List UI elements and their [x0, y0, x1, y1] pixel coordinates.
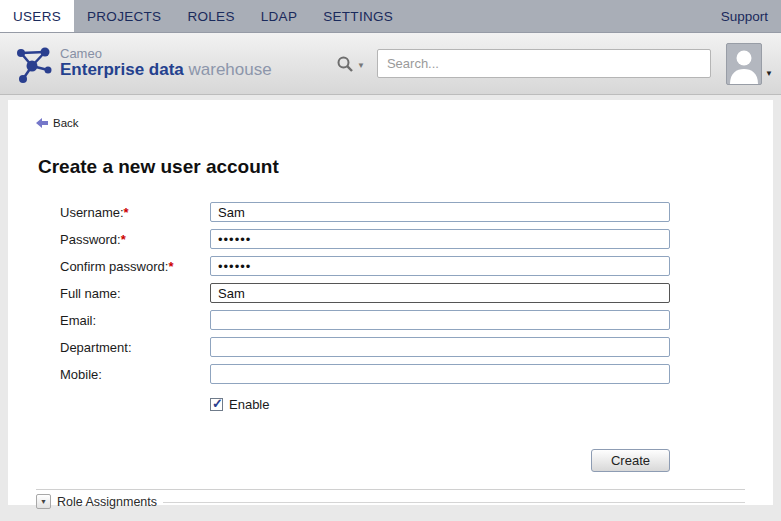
mobile-input[interactable] [210, 364, 670, 384]
back-arrow-icon [36, 118, 48, 128]
required-marker: * [124, 205, 129, 220]
department-input[interactable] [210, 337, 670, 357]
support-link[interactable]: Support [708, 0, 781, 32]
brand-name: Cameo [60, 47, 272, 61]
form-row-department: Department: [60, 337, 745, 357]
back-label: Back [53, 117, 79, 129]
enable-checkbox[interactable] [210, 398, 223, 411]
brand-product-bold: Enterprise data [60, 60, 184, 79]
search-icon[interactable] [336, 55, 354, 73]
brand-product-light: warehouse [189, 60, 272, 79]
page-title: Create a new user account [38, 156, 745, 178]
enable-row: Enable [210, 397, 745, 412]
nav-item-users[interactable]: USERS [0, 0, 74, 32]
form-row-email: Email: [60, 310, 745, 330]
avatar-dropdown-caret-icon[interactable]: ▼ [765, 69, 773, 78]
search-dropdown-caret-icon[interactable]: ▼ [357, 61, 365, 70]
field-label: Department: [60, 340, 210, 355]
content-area: Back Create a new user account Username:… [0, 95, 781, 521]
role-assignments-rule [163, 502, 745, 503]
nav-item-ldap[interactable]: LDAP [248, 0, 310, 32]
section-divider [36, 489, 745, 490]
nav-item-label: ROLES [187, 9, 234, 24]
field-label: Password:* [60, 232, 210, 247]
form-row-confirm-password: Confirm password:* [60, 256, 745, 276]
nav-item-roles[interactable]: ROLES [174, 0, 247, 32]
role-assignments-section: ▼ Role Assignments [36, 494, 745, 509]
field-label: Username:* [60, 205, 210, 220]
required-marker: * [121, 232, 126, 247]
cameo-logo-icon [10, 40, 56, 88]
enable-checkbox-label: Enable [229, 397, 269, 412]
user-form: Username:* Password:* Confirm password:*… [36, 202, 745, 472]
nav-item-label: PROJECTS [87, 9, 161, 24]
search-input[interactable] [377, 49, 711, 78]
field-label: Email: [60, 313, 210, 328]
field-label: Confirm password:* [60, 259, 210, 274]
nav-item-label: SETTINGS [323, 9, 393, 24]
actions-row: Create [210, 449, 670, 472]
nav-item-settings[interactable]: SETTINGS [310, 0, 406, 32]
brand-text: Cameo Enterprise data warehouse [60, 47, 272, 80]
confirm-password-input[interactable] [210, 256, 670, 276]
password-input[interactable] [210, 229, 670, 249]
nav-spacer [406, 0, 708, 32]
nav-item-label: USERS [13, 9, 61, 24]
full-name-input[interactable] [210, 283, 670, 303]
user-menu: ▼ [726, 43, 773, 85]
form-row-username: Username:* [60, 202, 745, 222]
field-label: Full name: [60, 286, 210, 301]
email-input[interactable] [210, 310, 670, 330]
user-avatar-icon[interactable] [726, 43, 762, 85]
app-header: Cameo Enterprise data warehouse ▼ ▼ [0, 33, 781, 95]
form-row-password: Password:* [60, 229, 745, 249]
username-input[interactable] [210, 202, 670, 222]
role-assignments-label[interactable]: Role Assignments [57, 495, 157, 509]
back-link[interactable]: Back [36, 117, 79, 129]
required-marker: * [168, 259, 173, 274]
form-row-full-name: Full name: [60, 283, 745, 303]
top-navigation: USERS PROJECTS ROLES LDAP SETTINGS Suppo… [0, 0, 781, 33]
create-button[interactable]: Create [591, 449, 670, 472]
form-row-mobile: Mobile: [60, 364, 745, 384]
nav-item-label: LDAP [261, 9, 297, 24]
collapse-triangle-icon[interactable]: ▼ [36, 494, 51, 509]
main-panel: Back Create a new user account Username:… [8, 100, 773, 505]
field-label: Mobile: [60, 367, 210, 382]
search-area: ▼ [336, 49, 711, 78]
nav-item-projects[interactable]: PROJECTS [74, 0, 174, 32]
